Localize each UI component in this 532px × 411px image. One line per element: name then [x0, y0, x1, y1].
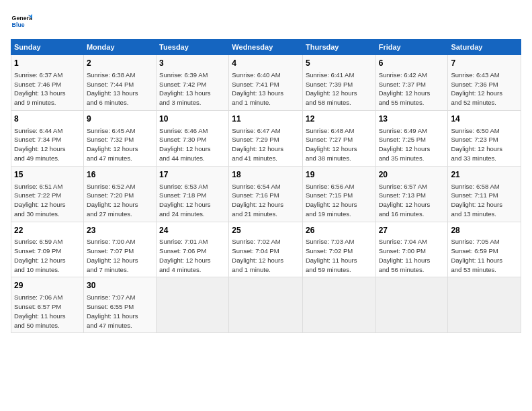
column-header-sunday: Sunday	[11, 40, 84, 55]
calendar-cell: 29Sunrise: 7:06 AM Sunset: 6:57 PM Dayli…	[11, 277, 84, 333]
day-number: 11	[232, 113, 300, 125]
day-number: 8	[14, 113, 81, 125]
day-info: Sunrise: 6:43 AM Sunset: 7:36 PM Dayligh…	[451, 71, 518, 107]
calendar-cell: 14Sunrise: 6:50 AM Sunset: 7:23 PM Dayli…	[448, 110, 521, 166]
calendar-cell	[302, 277, 375, 333]
day-info: Sunrise: 6:44 AM Sunset: 7:34 PM Dayligh…	[14, 126, 81, 163]
day-number: 20	[379, 169, 445, 181]
day-info: Sunrise: 6:39 AM Sunset: 7:42 PM Dayligh…	[159, 71, 226, 107]
day-info: Sunrise: 6:42 AM Sunset: 7:37 PM Dayligh…	[379, 71, 445, 107]
day-number: 27	[379, 225, 445, 236]
day-info: Sunrise: 7:03 AM Sunset: 7:02 PM Dayligh…	[306, 237, 373, 274]
day-info: Sunrise: 6:41 AM Sunset: 7:39 PM Dayligh…	[306, 71, 373, 107]
calendar-cell: 24Sunrise: 7:01 AM Sunset: 7:06 PM Dayli…	[157, 222, 229, 277]
day-number: 10	[159, 113, 226, 125]
day-info: Sunrise: 7:00 AM Sunset: 7:07 PM Dayligh…	[87, 237, 153, 274]
calendar-cell: 10Sunrise: 6:46 AM Sunset: 7:30 PM Dayli…	[157, 110, 229, 166]
calendar-cell: 18Sunrise: 6:54 AM Sunset: 7:16 PM Dayli…	[229, 166, 303, 222]
calendar-cell: 15Sunrise: 6:51 AM Sunset: 7:22 PM Dayli…	[11, 166, 84, 222]
day-number: 26	[306, 225, 373, 236]
day-info: Sunrise: 7:04 AM Sunset: 7:00 PM Dayligh…	[379, 237, 445, 274]
calendar-cell	[229, 277, 303, 333]
column-header-wednesday: Wednesday	[229, 40, 303, 55]
day-number: 19	[306, 169, 373, 181]
calendar-header-row: SundayMondayTuesdayWednesdayThursdayFrid…	[11, 40, 521, 55]
calendar-cell: 13Sunrise: 6:49 AM Sunset: 7:25 PM Dayli…	[375, 110, 448, 166]
column-header-monday: Monday	[83, 40, 156, 55]
calendar-week-row: 22Sunrise: 6:59 AM Sunset: 7:09 PM Dayli…	[11, 222, 521, 277]
calendar-cell: 27Sunrise: 7:04 AM Sunset: 7:00 PM Dayli…	[375, 222, 448, 277]
day-number: 13	[379, 113, 445, 125]
calendar-cell: 1Sunrise: 6:37 AM Sunset: 7:46 PM Daylig…	[11, 55, 84, 111]
day-number: 15	[14, 169, 81, 181]
calendar-cell: 7Sunrise: 6:43 AM Sunset: 7:36 PM Daylig…	[448, 55, 521, 111]
day-number: 17	[159, 169, 226, 181]
day-number: 12	[306, 113, 373, 125]
calendar-week-row: 8Sunrise: 6:44 AM Sunset: 7:34 PM Daylig…	[11, 110, 521, 166]
calendar-cell: 19Sunrise: 6:56 AM Sunset: 7:15 PM Dayli…	[302, 166, 375, 222]
day-info: Sunrise: 6:54 AM Sunset: 7:16 PM Dayligh…	[232, 182, 300, 219]
day-info: Sunrise: 6:59 AM Sunset: 7:09 PM Dayligh…	[14, 237, 81, 274]
page-header: General Blue	[11, 11, 521, 32]
day-number: 24	[159, 225, 226, 236]
calendar-cell: 17Sunrise: 6:53 AM Sunset: 7:18 PM Dayli…	[157, 166, 229, 222]
calendar-cell: 26Sunrise: 7:03 AM Sunset: 7:02 PM Dayli…	[302, 222, 375, 277]
day-number: 2	[87, 58, 153, 69]
day-info: Sunrise: 6:49 AM Sunset: 7:25 PM Dayligh…	[379, 126, 445, 163]
calendar-cell: 20Sunrise: 6:57 AM Sunset: 7:13 PM Dayli…	[375, 166, 448, 222]
day-info: Sunrise: 7:02 AM Sunset: 7:04 PM Dayligh…	[232, 237, 300, 274]
day-info: Sunrise: 7:01 AM Sunset: 7:06 PM Dayligh…	[159, 237, 226, 274]
day-number: 28	[451, 225, 518, 236]
day-number: 4	[232, 58, 300, 69]
calendar-cell: 11Sunrise: 6:47 AM Sunset: 7:29 PM Dayli…	[229, 110, 303, 166]
day-info: Sunrise: 7:05 AM Sunset: 6:59 PM Dayligh…	[451, 237, 518, 274]
day-info: Sunrise: 6:57 AM Sunset: 7:13 PM Dayligh…	[379, 182, 445, 219]
calendar-cell: 8Sunrise: 6:44 AM Sunset: 7:34 PM Daylig…	[11, 110, 84, 166]
day-number: 9	[87, 113, 153, 125]
calendar-cell: 12Sunrise: 6:48 AM Sunset: 7:27 PM Dayli…	[302, 110, 375, 166]
day-number: 16	[87, 169, 153, 181]
calendar-cell: 16Sunrise: 6:52 AM Sunset: 7:20 PM Dayli…	[83, 166, 156, 222]
day-info: Sunrise: 6:51 AM Sunset: 7:22 PM Dayligh…	[14, 182, 81, 219]
day-info: Sunrise: 6:48 AM Sunset: 7:27 PM Dayligh…	[306, 126, 373, 163]
day-info: Sunrise: 6:46 AM Sunset: 7:30 PM Dayligh…	[159, 126, 226, 163]
day-number: 25	[232, 225, 300, 236]
column-header-saturday: Saturday	[448, 40, 521, 55]
day-info: Sunrise: 6:50 AM Sunset: 7:23 PM Dayligh…	[451, 126, 518, 163]
calendar-table: SundayMondayTuesdayWednesdayThursdayFrid…	[11, 39, 521, 333]
day-info: Sunrise: 6:53 AM Sunset: 7:18 PM Dayligh…	[159, 182, 226, 219]
calendar-cell	[448, 277, 521, 333]
day-number: 6	[379, 58, 445, 69]
day-number: 22	[14, 225, 81, 236]
day-info: Sunrise: 6:45 AM Sunset: 7:32 PM Dayligh…	[87, 126, 153, 163]
day-info: Sunrise: 7:06 AM Sunset: 6:57 PM Dayligh…	[14, 293, 81, 330]
day-number: 30	[87, 280, 153, 291]
calendar-week-row: 1Sunrise: 6:37 AM Sunset: 7:46 PM Daylig…	[11, 55, 521, 111]
day-number: 7	[451, 58, 518, 69]
day-number: 29	[14, 280, 81, 291]
calendar-cell: 25Sunrise: 7:02 AM Sunset: 7:04 PM Dayli…	[229, 222, 303, 277]
logo-icon: General Blue	[11, 11, 32, 32]
logo: General Blue	[11, 11, 32, 32]
calendar-cell: 21Sunrise: 6:58 AM Sunset: 7:11 PM Dayli…	[448, 166, 521, 222]
calendar-cell	[157, 277, 229, 333]
day-number: 18	[232, 169, 300, 181]
day-number: 14	[451, 113, 518, 125]
column-header-friday: Friday	[375, 40, 448, 55]
day-info: Sunrise: 7:07 AM Sunset: 6:55 PM Dayligh…	[87, 293, 153, 330]
day-number: 1	[14, 58, 81, 69]
calendar-cell: 5Sunrise: 6:41 AM Sunset: 7:39 PM Daylig…	[302, 55, 375, 111]
calendar-cell: 4Sunrise: 6:40 AM Sunset: 7:41 PM Daylig…	[229, 55, 303, 111]
day-number: 21	[451, 169, 518, 181]
column-header-tuesday: Tuesday	[157, 40, 229, 55]
calendar-cell: 23Sunrise: 7:00 AM Sunset: 7:07 PM Dayli…	[83, 222, 156, 277]
column-header-thursday: Thursday	[302, 40, 375, 55]
day-info: Sunrise: 6:56 AM Sunset: 7:15 PM Dayligh…	[306, 182, 373, 219]
calendar-cell	[375, 277, 448, 333]
calendar-cell: 9Sunrise: 6:45 AM Sunset: 7:32 PM Daylig…	[83, 110, 156, 166]
day-info: Sunrise: 6:58 AM Sunset: 7:11 PM Dayligh…	[451, 182, 518, 219]
calendar-cell: 30Sunrise: 7:07 AM Sunset: 6:55 PM Dayli…	[83, 277, 156, 333]
day-number: 23	[87, 225, 153, 236]
day-info: Sunrise: 6:52 AM Sunset: 7:20 PM Dayligh…	[87, 182, 153, 219]
day-number: 5	[306, 58, 373, 69]
